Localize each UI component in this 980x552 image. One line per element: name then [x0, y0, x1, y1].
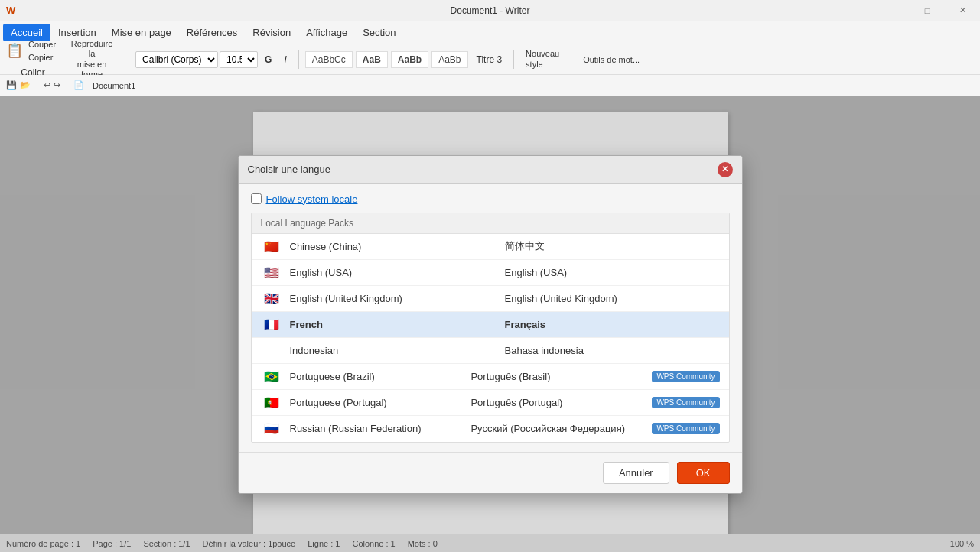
- lang-name-russian: Russian (Russian Federation): [290, 423, 471, 434]
- ok-button[interactable]: OK: [677, 462, 730, 484]
- dialog-footer: Annuler OK: [239, 452, 742, 493]
- lang-row-indonesian[interactable]: Indonesian Bahasa indonesia: [252, 338, 729, 364]
- window-title: Document1 - Writer: [451, 5, 530, 16]
- wps-badge-brazil: WPS Community: [652, 371, 719, 382]
- lang-name-chinese: Chinese (China): [290, 241, 505, 252]
- dialog-close-button[interactable]: ✕: [718, 162, 733, 177]
- lang-name-indonesian: Indonesian: [290, 345, 505, 356]
- copier-button[interactable]: Copier: [24, 51, 60, 63]
- window-controls: − □ ✕: [874, 0, 980, 21]
- follow-locale-label[interactable]: Follow system locale: [266, 193, 358, 205]
- flag-english-usa: 🇺🇸: [261, 265, 282, 280]
- dialog-titlebar: Choisir une langue ✕: [239, 156, 742, 184]
- lang-native-french: Français: [505, 319, 720, 330]
- dialog-body: Follow system locale Local Language Pack…: [239, 184, 742, 452]
- lang-native-portuguese-brazil: Português (Brasil): [470, 371, 652, 382]
- separator-3: [513, 50, 514, 69]
- lang-native-english-uk: English (United Kingdom): [505, 293, 720, 304]
- lang-row-french[interactable]: 🇫🇷 French Français: [252, 312, 729, 338]
- section-header: Local Language Packs: [252, 213, 729, 234]
- lang-row-chinese[interactable]: 🇨🇳 Chinese (China) 简体中文: [252, 234, 729, 260]
- document-tab[interactable]: Document1: [87, 78, 141, 93]
- separator-2: [298, 50, 299, 69]
- font-section: Calibri (Corps) 10.5 G I: [135, 51, 292, 68]
- lang-name-english-uk: English (United Kingdom): [290, 293, 505, 304]
- flag-portuguese-brazil: 🇧🇷: [261, 369, 282, 384]
- lang-name-portuguese-brazil: Portuguese (Brazil): [290, 371, 471, 382]
- lang-row-portuguese-portugal[interactable]: 🇵🇹 Portuguese (Portugal) Português (Port…: [252, 390, 729, 416]
- flag-russian: 🇷🇺: [261, 421, 282, 437]
- lang-native-english-usa: English (USA): [505, 267, 720, 278]
- lang-native-portuguese-portugal: Português (Portugal): [470, 397, 652, 408]
- lang-native-chinese: 简体中文: [505, 239, 720, 253]
- follow-locale-row: Follow system locale: [251, 193, 730, 205]
- lang-name-english-usa: English (USA): [290, 267, 505, 278]
- lang-row-english-usa[interactable]: 🇺🇸 English (USA) English (USA): [252, 260, 729, 286]
- cancel-button[interactable]: Annuler: [603, 462, 669, 484]
- document-area: Choisir une langue ✕ Follow system local…: [0, 96, 980, 552]
- sep2-2: [67, 76, 67, 95]
- lang-native-russian: Русский (Российская Федерация): [470, 423, 652, 434]
- titre3-button[interactable]: Titre 3: [471, 51, 508, 68]
- maximize-button[interactable]: □: [910, 0, 945, 21]
- separator-4: [571, 50, 571, 69]
- menu-section[interactable]: Section: [355, 24, 403, 41]
- wps-badge-russian: WPS Community: [652, 423, 719, 434]
- font-family-select[interactable]: Calibri (Corps): [135, 51, 218, 68]
- flag-indonesian: [261, 343, 282, 358]
- wps-badge-portugal: WPS Community: [652, 397, 719, 408]
- menu-references[interactable]: Références: [179, 24, 245, 41]
- lang-name-portuguese-portugal: Portuguese (Portugal): [290, 397, 471, 408]
- bold-button[interactable]: G: [259, 51, 277, 68]
- lang-row-english-uk[interactable]: 🇬🇧 English (United Kingdom) English (Uni…: [252, 286, 729, 312]
- main-toolbar: 📋 Couper Copier Coller Reproduire la mis…: [0, 44, 980, 75]
- close-button[interactable]: ✕: [945, 0, 980, 21]
- italic-button[interactable]: I: [278, 51, 291, 68]
- menu-revision[interactable]: Révision: [245, 24, 298, 41]
- flag-portuguese-portugal: 🇵🇹: [261, 395, 282, 410]
- lang-native-indonesian: Bahasa indonesia: [505, 345, 720, 356]
- dialog-overlay: Choisir une langue ✕ Follow system local…: [0, 96, 980, 552]
- lang-name-french: French: [290, 319, 505, 330]
- nouveau-style-button[interactable]: Nouveau style: [520, 46, 565, 72]
- menu-affichage[interactable]: Affichage: [298, 24, 355, 41]
- app-icon: W: [6, 5, 15, 16]
- lang-row-russian[interactable]: 🇷🇺 Russian (Russian Federation) Русский …: [252, 416, 729, 442]
- menubar: Accueil Insertion Mise en page Référence…: [0, 21, 980, 44]
- dialog-title: Choisir une langue: [248, 164, 330, 175]
- flag-english-uk: 🇬🇧: [261, 291, 282, 306]
- follow-locale-checkbox[interactable]: [251, 193, 262, 204]
- language-table: Local Language Packs 🇨🇳 Chinese (China) …: [251, 213, 730, 443]
- secondary-toolbar: 💾 📂 ↩ ↪ 📄 Document1: [0, 75, 980, 96]
- minimize-button[interactable]: −: [874, 0, 910, 21]
- font-size-select[interactable]: 10.5: [220, 51, 258, 68]
- choose-language-dialog: Choisir une langue ✕ Follow system local…: [238, 155, 743, 494]
- sep2-1: [37, 76, 37, 95]
- outils-mot-button[interactable]: Outils de mot...: [578, 52, 645, 67]
- lang-row-portuguese-brazil[interactable]: 🇧🇷 Portuguese (Brazil) Português (Brasil…: [252, 364, 729, 390]
- separator-1: [129, 50, 129, 69]
- flag-chinese: 🇨🇳: [261, 239, 282, 254]
- styles-section: AaBbCc AaB AaBb AaBb Titre 3: [305, 51, 507, 68]
- flag-french: 🇫🇷: [261, 317, 282, 332]
- couper-button[interactable]: Couper: [24, 38, 60, 50]
- titlebar: W Document1 - Writer − □ ✕: [0, 0, 980, 21]
